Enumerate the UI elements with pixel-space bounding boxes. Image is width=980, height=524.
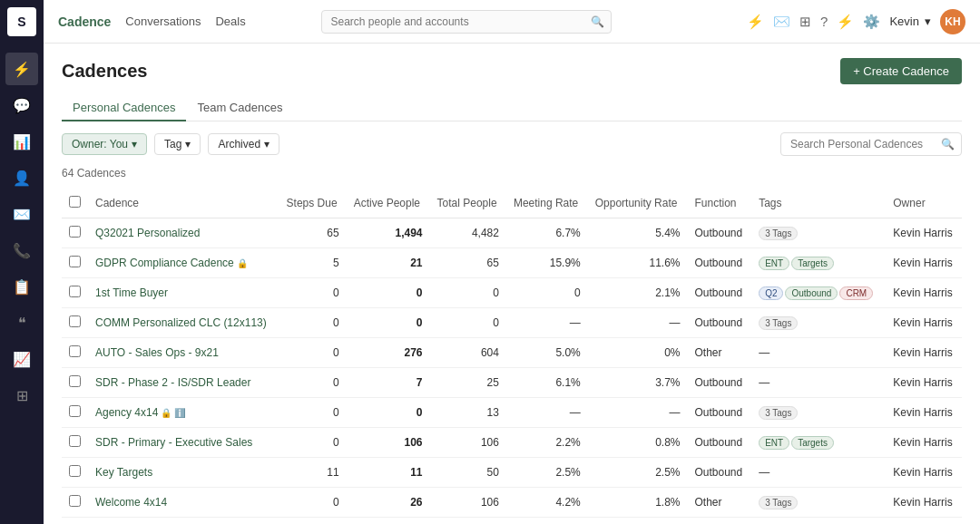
- function: Outbound: [687, 368, 751, 398]
- sidebar-icon-tasks[interactable]: 📋: [5, 270, 38, 303]
- owner: Kevin Harris: [886, 248, 962, 278]
- row-checkbox[interactable]: [69, 315, 81, 327]
- owner: Kevin Harris: [886, 368, 962, 398]
- meeting-rate: 2.2%: [506, 428, 588, 458]
- cadence-name[interactable]: SDR - Primary - Executive Sales: [88, 428, 279, 458]
- nav-deals-link[interactable]: Deals: [215, 15, 245, 28]
- cadence-search-input[interactable]: [780, 132, 962, 156]
- cadence-name[interactable]: COMM Personalized CLC (12x113): [88, 308, 279, 338]
- cadence-search: 🔍: [780, 132, 962, 156]
- row-checkbox[interactable]: [69, 345, 81, 357]
- row-checkbox-cell: [62, 248, 88, 278]
- col-opportunity-rate[interactable]: Opportunity Rate: [588, 189, 688, 218]
- email-icon[interactable]: ✉️: [773, 14, 790, 30]
- nav-conversations-link[interactable]: Conversations: [125, 15, 201, 28]
- tag-badge: ENT: [759, 257, 789, 270]
- function: Outbound: [687, 278, 751, 308]
- cadence-name[interactable]: Key Targets: [88, 458, 279, 488]
- col-function[interactable]: Function: [687, 189, 751, 218]
- col-meeting-rate[interactable]: Meeting Rate: [506, 189, 588, 218]
- tag-badge: Q2: [759, 286, 783, 300]
- row-checkbox[interactable]: [69, 286, 81, 297]
- col-cadence[interactable]: Cadence: [88, 189, 279, 218]
- cadence-table-wrap: Cadence Steps Due Active People Total Pe…: [62, 189, 962, 524]
- cadence-name[interactable]: 1st Time Buyer: [88, 278, 279, 308]
- table-row: SDR - Phase 2 - IS/SDR Leader 0 7 25 6.1…: [62, 368, 962, 398]
- sidebar-icon-analytics[interactable]: 📊: [5, 125, 38, 158]
- search-input[interactable]: [321, 10, 612, 34]
- activity-icon[interactable]: ⚡: [747, 14, 764, 30]
- sidebar-icon-mail[interactable]: ✉️: [5, 198, 38, 230]
- function: Outbound: [687, 428, 751, 458]
- cadence-name[interactable]: GDPR Compliance Cadence🔒: [88, 248, 279, 278]
- grid-icon[interactable]: ⊞: [799, 14, 811, 30]
- tags-empty: —: [759, 466, 769, 479]
- row-checkbox[interactable]: [69, 405, 81, 417]
- tags-cell: 3 Tags: [751, 308, 886, 338]
- chevron-down-icon: ▾: [132, 138, 137, 150]
- row-checkbox-cell: [62, 488, 88, 518]
- sidebar-icon-people[interactable]: 👤: [5, 161, 38, 194]
- row-checkbox[interactable]: [69, 465, 81, 477]
- lightning-icon[interactable]: ⚡: [837, 14, 854, 30]
- sidebar-logo[interactable]: S: [7, 7, 36, 36]
- function: Outbound: [687, 458, 751, 488]
- owner-filter-button[interactable]: Owner: You ▾: [62, 133, 147, 155]
- tab-personal-cadences[interactable]: Personal Cadences: [62, 95, 186, 121]
- row-checkbox-cell: [62, 338, 88, 368]
- user-menu[interactable]: Kevin ▾: [889, 15, 931, 28]
- steps-due: 0: [279, 428, 347, 458]
- row-checkbox[interactable]: [69, 435, 81, 447]
- search-icon: 🔍: [941, 138, 955, 150]
- select-all-header: [62, 189, 88, 218]
- table-row: AUTO - Sales Ops - 9x21 0 276 604 5.0% 0…: [62, 338, 962, 368]
- cadence-name[interactable]: Welcome 4x14: [88, 488, 279, 518]
- sidebar-icon-cadence[interactable]: ⚡: [5, 53, 38, 85]
- cadence-name[interactable]: Agency 4x14🔒ℹ️: [88, 398, 279, 428]
- settings-icon[interactable]: ⚙️: [863, 14, 880, 30]
- col-steps-due[interactable]: Steps Due: [279, 189, 347, 218]
- meeting-rate: 6.7%: [506, 218, 588, 248]
- sidebar-icon-quotes[interactable]: ❝: [5, 306, 38, 339]
- cadence-name[interactable]: Q32021 Personalized: [88, 218, 279, 248]
- total-people: 0: [430, 308, 506, 338]
- sidebar-icon-more[interactable]: ⊞: [5, 379, 38, 412]
- col-total-people[interactable]: Total People: [430, 189, 506, 218]
- cadence-name[interactable]: AUTO - Sales Ops - 9x21: [88, 338, 279, 368]
- archived-filter-button[interactable]: Archived ▾: [208, 133, 279, 155]
- nav-cadence-link[interactable]: Cadence: [58, 15, 111, 29]
- help-icon[interactable]: ?: [820, 14, 828, 29]
- total-people: 220: [430, 518, 506, 525]
- sidebar-icon-reports[interactable]: 📈: [5, 343, 38, 375]
- chevron-down-icon: ▾: [264, 138, 270, 150]
- tag-badge: 3 Tags: [759, 316, 798, 330]
- total-people: 25: [430, 368, 506, 398]
- opportunity-rate: 4.1%: [588, 518, 688, 525]
- select-all-checkbox[interactable]: [69, 196, 81, 208]
- active-people: 0: [347, 278, 430, 308]
- cadence-name[interactable]: SDR - Phase 2 - IS/SDR Leader: [88, 368, 279, 398]
- tag-filter-button[interactable]: Tag ▾: [154, 133, 201, 155]
- tag-badge: Targets: [791, 436, 834, 450]
- tag-badge: 3 Tags: [759, 496, 798, 509]
- total-people: 4,482: [430, 218, 506, 248]
- table-row: Welcome 4x14 0 26 106 4.2% 1.8% Other 3 …: [62, 488, 962, 518]
- col-tags[interactable]: Tags: [751, 189, 886, 218]
- row-checkbox[interactable]: [69, 256, 81, 267]
- row-checkbox[interactable]: [69, 226, 81, 238]
- avatar[interactable]: KH: [940, 9, 965, 34]
- sidebar-icon-conversations[interactable]: 💬: [5, 89, 38, 121]
- sidebar-icon-phone[interactable]: 📞: [5, 234, 38, 267]
- tags-cell: —: [751, 458, 886, 488]
- col-active-people[interactable]: Active People: [347, 189, 430, 218]
- tab-team-cadences[interactable]: Team Cadences: [186, 95, 293, 121]
- steps-due: 0: [279, 278, 347, 308]
- owner: Kevin Harris: [886, 398, 962, 428]
- top-nav: Cadence Conversations Deals 🔍 ⚡ ✉️ ⊞ ? ⚡…: [44, 0, 980, 44]
- cadence-name[interactable]: Office Hours Invitation: [88, 518, 279, 525]
- create-cadence-button[interactable]: + Create Cadence: [840, 58, 962, 84]
- row-checkbox[interactable]: [69, 375, 81, 387]
- row-checkbox[interactable]: [69, 495, 81, 507]
- total-people: 13: [430, 398, 506, 428]
- col-owner[interactable]: Owner: [886, 189, 962, 218]
